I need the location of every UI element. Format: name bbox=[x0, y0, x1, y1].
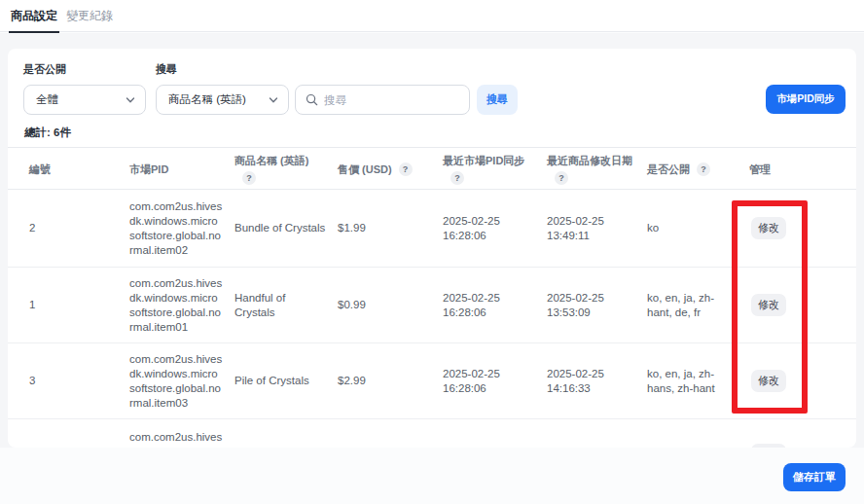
header-price-usd-label: 售價 (USD) bbox=[338, 162, 392, 177]
cell-price: $1.99 bbox=[338, 190, 435, 267]
edit-button[interactable]: 修改 bbox=[751, 370, 786, 392]
header-no: 編號 bbox=[29, 148, 51, 191]
product-settings-card: 是否公開 搜尋 全體 商品名稱 (英語) 搜尋 市場PID同步 總計: 6件 編… bbox=[8, 49, 856, 448]
table-row: 3 com.com2us.hivesdk.windows.microsoftst… bbox=[8, 343, 856, 419]
edit-button[interactable]: 修改 bbox=[751, 217, 786, 239]
visibility-select[interactable]: 全體 bbox=[23, 85, 146, 115]
cell-manage: 修改 bbox=[749, 419, 846, 448]
help-icon[interactable]: ? bbox=[399, 162, 413, 176]
search-input-wrapper bbox=[295, 85, 470, 115]
table-row: 1 com.com2us.hivesdk.windows.microsoftst… bbox=[8, 268, 856, 343]
chevron-down-icon bbox=[269, 95, 278, 105]
table-row: com.com2us.hives 修改 bbox=[8, 419, 856, 448]
header-last-modified: 最近商品修改日期 ? bbox=[547, 148, 632, 191]
search-button[interactable]: 搜尋 bbox=[477, 85, 518, 115]
cell-last-modified: 2025-02-25 13:53:09 bbox=[547, 268, 640, 342]
header-name-en: 商品名稱 (英語) ? bbox=[234, 148, 308, 191]
header-last-sync: 最近市場PID同步 ? bbox=[443, 148, 524, 191]
help-icon[interactable]: ? bbox=[697, 162, 710, 176]
help-icon[interactable]: ? bbox=[450, 171, 464, 185]
cell-visibility: ko, en, ja, zh-hant, de, fr bbox=[647, 268, 733, 342]
cell-no: 1 bbox=[29, 268, 122, 342]
cell-name-en: Pile of Crystals bbox=[234, 343, 327, 418]
search-input[interactable] bbox=[324, 94, 461, 106]
header-market-pid: 市場PID bbox=[129, 148, 168, 191]
help-icon[interactable]: ? bbox=[242, 171, 256, 185]
tab-product-settings[interactable]: 商品設定 bbox=[11, 0, 57, 32]
cell-last-modified: 2025-02-25 13:49:11 bbox=[547, 190, 640, 267]
visibility-select-value: 全體 bbox=[36, 92, 58, 107]
cell-no: 2 bbox=[29, 190, 122, 267]
total-count: 總計: 6件 bbox=[24, 126, 71, 140]
cell-name-en: Handful of Crystals bbox=[234, 268, 327, 342]
cell-market-pid: com.com2us.hivesdk.windows.microsoftstor… bbox=[129, 343, 223, 418]
cell-price: $0.99 bbox=[338, 268, 435, 342]
edit-button[interactable]: 修改 bbox=[751, 294, 786, 316]
market-pid-sync-button[interactable]: 市場PID同步 bbox=[766, 85, 846, 114]
cell-last-sync: 2025-02-25 16:28:06 bbox=[443, 343, 539, 418]
cell-visibility: ko, en, ja, zh-hans, zh-hant bbox=[647, 343, 733, 418]
chevron-down-icon bbox=[126, 95, 135, 105]
cell-market-pid: com.com2us.hives bbox=[129, 419, 223, 448]
cell-last-sync: 2025-02-25 16:28:06 bbox=[443, 190, 539, 267]
cell-manage: 修改 bbox=[749, 190, 846, 267]
header-manage: 管理 bbox=[749, 148, 771, 191]
header-visibility-label: 是否公開 bbox=[647, 162, 690, 177]
cell-price: $2.99 bbox=[338, 343, 435, 418]
header-visibility: 是否公開 ? bbox=[647, 148, 710, 191]
cell-manage: 修改 bbox=[749, 343, 846, 418]
header-price-usd: 售價 (USD) ? bbox=[338, 148, 413, 191]
cell-visibility: ko bbox=[647, 190, 733, 267]
tab-change-history[interactable]: 變更紀錄 bbox=[66, 0, 113, 32]
footer-bar: 儲存訂單 bbox=[0, 448, 864, 504]
search-icon bbox=[306, 93, 318, 106]
cell-market-pid: com.com2us.hivesdk.windows.microsoftstor… bbox=[129, 190, 223, 267]
help-icon[interactable]: ? bbox=[555, 171, 568, 185]
save-order-button[interactable]: 儲存訂單 bbox=[783, 463, 846, 491]
search-field-select[interactable]: 商品名稱 (英語) bbox=[156, 85, 289, 115]
cell-name-en: Bundle of Crystals bbox=[234, 190, 327, 267]
header-last-modified-label: 最近商品修改日期 bbox=[547, 154, 632, 168]
table-header: 編號 市場PID 商品名稱 (英語) ? 售價 (USD) ? 最近市場PID同… bbox=[8, 147, 856, 190]
visibility-filter-label: 是否公開 bbox=[23, 62, 66, 77]
cell-no: 3 bbox=[29, 343, 122, 418]
search-field-select-value: 商品名稱 (英語) bbox=[168, 92, 246, 107]
header-name-en-label: 商品名稱 (英語) bbox=[234, 154, 308, 168]
search-filter-label: 搜尋 bbox=[156, 62, 177, 77]
cell-last-modified: 2025-02-25 14:16:33 bbox=[547, 343, 640, 418]
header-last-sync-label: 最近市場PID同步 bbox=[443, 154, 524, 168]
tab-bar: 商品設定 變更紀錄 bbox=[0, 0, 864, 32]
cell-market-pid: com.com2us.hivesdk.windows.microsoftstor… bbox=[129, 268, 223, 342]
content-area: 是否公開 搜尋 全體 商品名稱 (英語) 搜尋 市場PID同步 總計: 6件 編… bbox=[0, 33, 864, 448]
table-row: 2 com.com2us.hivesdk.windows.microsoftst… bbox=[8, 190, 856, 268]
cell-manage: 修改 bbox=[749, 268, 846, 342]
cell-last-sync: 2025-02-25 16:28:06 bbox=[443, 268, 539, 342]
